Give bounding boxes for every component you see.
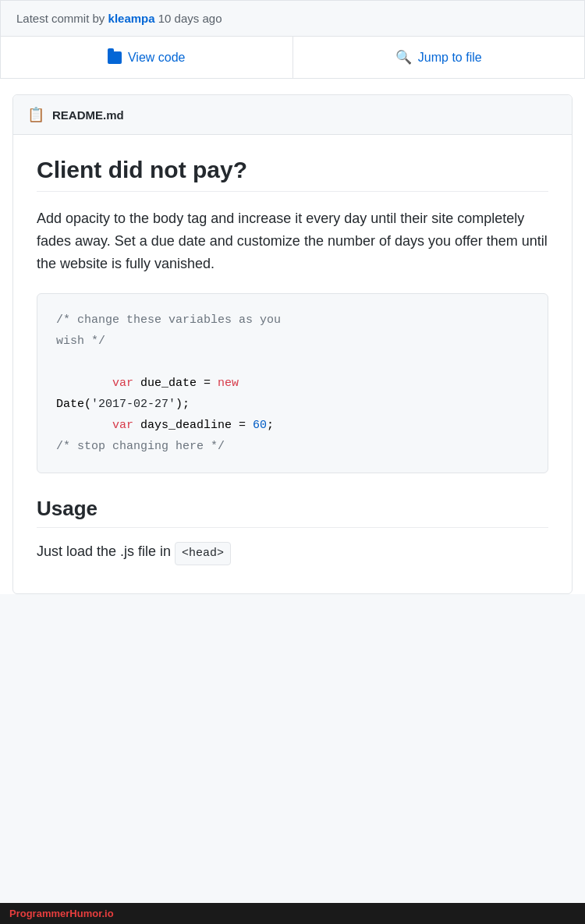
readme-container: 📋 README.md Client did not pay? Add opac… (12, 94, 573, 594)
readme-header: 📋 README.md (13, 95, 572, 135)
code-line-7: /* stop changing here */ (56, 436, 529, 457)
code-line-4: var due_date = new (56, 373, 529, 394)
jump-to-file-button[interactable]: 🔍 Jump to file (293, 37, 585, 78)
commit-bar: Latest commit by kleampa 10 days ago (0, 0, 585, 37)
readme-description: Add opacity to the body tag and increase… (37, 207, 548, 274)
code-line-6: var days_deadline = 60; (56, 415, 529, 436)
head-tag: <head> (175, 542, 231, 565)
book-icon: 📋 (27, 106, 44, 123)
code-line-2: wish */ (56, 331, 529, 352)
view-code-label: View code (128, 51, 186, 65)
commit-prefix: Latest commit by (16, 12, 108, 25)
commit-author: kleampa (108, 12, 155, 25)
code-line-5: Date('2017-02-27'); (56, 394, 529, 415)
folder-icon (108, 51, 122, 64)
usage-text: Just load the .js file in <head> (37, 540, 548, 565)
usage-text-before: Just load the .js file in (37, 543, 175, 559)
watermark-label: ProgrammerHumor.io (9, 908, 114, 919)
code-line-3 (56, 352, 529, 373)
watermark-bar: ProgrammerHumor.io (0, 903, 585, 924)
readme-title: Client did not pay? (37, 157, 548, 192)
readme-content: Client did not pay? Add opacity to the b… (13, 135, 572, 593)
search-icon: 🔍 (395, 49, 412, 65)
action-row: View code 🔍 Jump to file (0, 37, 585, 79)
code-block: /* change these variables as you wish */… (37, 293, 548, 473)
usage-title: Usage (37, 497, 548, 528)
code-line-1: /* change these variables as you (56, 310, 529, 331)
commit-suffix: 10 days ago (155, 12, 222, 25)
view-code-button[interactable]: View code (1, 37, 293, 78)
readme-filename: README.md (52, 108, 124, 122)
jump-to-file-label: Jump to file (418, 51, 482, 65)
